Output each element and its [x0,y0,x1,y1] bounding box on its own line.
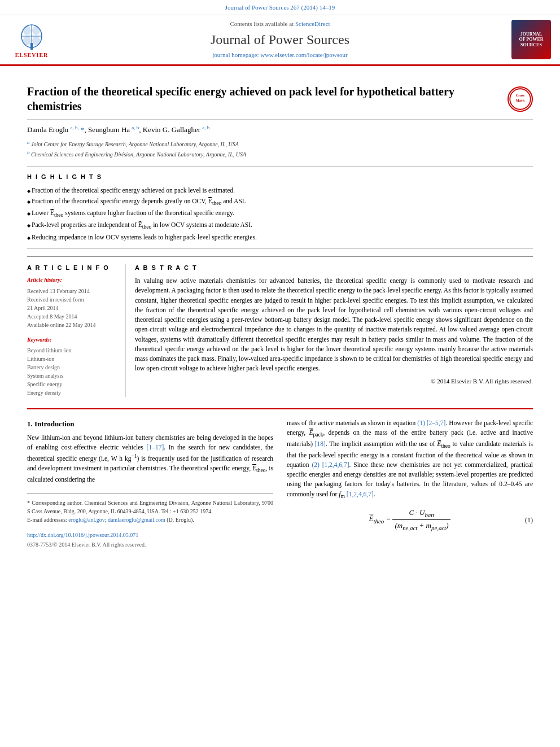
svg-text:Mark: Mark [516,98,525,102]
ref-link-1[interactable]: [1–17] [147,444,164,451]
history-item-5: Available online 22 May 2014 [27,321,116,329]
footnote-asterisk: * Corresponding author. Chemical Science… [27,499,273,516]
equation-1-section: Ētheo = C · Ubatt (mne,act + mpe,act) (1… [287,507,533,532]
author-3: Kevin G. Gallagher [143,125,200,134]
svg-text:Cross: Cross [516,93,525,97]
ref-18[interactable]: [18] [315,440,326,447]
body-two-col: 1. Introduction New lithium-ion and beyo… [27,418,533,549]
highlight-2: Fraction of the theoretical specific ene… [27,196,533,208]
author-1: Damla Eroglu [27,125,68,134]
journal-logo-box: JOURNALOF POWERSOURCES [511,20,551,59]
journal-header-center: Contents lists available at ScienceDirec… [60,20,500,60]
sciencedirect-line: Contents lists available at ScienceDirec… [60,20,500,29]
keyword-6: Energy density [27,388,116,397]
history-item-4: Accepted 8 May 2014 [27,312,116,321]
body-col-right: mass of the active materials as shown in… [287,418,533,549]
article-title-section: Fraction of the theoretical specific ene… [27,75,533,120]
keyword-2: Lithium-ion [27,355,116,363]
ref-1-2-4-6-7[interactable]: [1,2,4,6,7] [322,461,349,468]
affil-2: b Chemical Sciences and Engineering Divi… [27,149,533,159]
history-item-3: 21 April 2014 [27,304,116,312]
author-2: Seungbum Ha [88,125,130,134]
homepage-link[interactable]: journal homepage: www.elsevier.com/locat… [212,51,347,58]
highlight-4: Pack-level properties are independent of… [27,220,533,231]
elsevier-tree-icon [15,20,49,51]
highlights-section: H I G H L I G H T S Fraction of the theo… [27,167,533,248]
affiliations: a Joint Center for Energy Storage Resear… [27,139,533,159]
elsevier-label: ELSEVIER [15,51,49,60]
keywords-label: Keywords: [27,336,116,344]
elsevier-logo: ELSEVIER [9,20,54,60]
author-2-sup: a, b [132,125,139,130]
keyword-1: Beyond lithium-ion [27,346,116,355]
intro-heading: 1. Introduction [27,418,273,430]
keyword-4: System analysis [27,372,116,380]
sciencedirect-link[interactable]: ScienceDirect [295,20,330,27]
doi-line: http://dx.doi.org/10.1016/j.jpowsour.201… [27,531,273,539]
article-info-col: A R T I C L E I N F O Article history: R… [27,264,126,397]
highlights-list: Fraction of the theoretical specific ene… [27,185,533,242]
crossmark-badge: Cross Mark [508,86,533,112]
article-body: 1. Introduction New lithium-ion and beyo… [27,408,533,549]
journal-issue-info: Journal of Power Sources 267 (2014) 14–1… [225,4,335,11]
author-3-sup: a, b [202,125,209,130]
ref-eq1[interactable]: (1) [417,420,425,426]
highlight-3: Lower Ētheo systems capture higher fract… [27,208,533,220]
author-1-asterisk: * [81,125,85,134]
svg-point-5 [32,26,40,35]
main-content: Fraction of the theoretical specific ene… [0,66,560,561]
highlight-1: Fraction of the theoretical specific ene… [27,185,533,196]
highlight-5: Reducing impedance in low OCV systems le… [27,232,533,243]
abstract-text: In valuing new active materials chemistr… [135,276,533,374]
intro-text-right: mass of the active materials as shown in… [287,418,533,500]
body-col-left: 1. Introduction New lithium-ion and beyo… [27,418,273,549]
svg-point-6 [23,36,31,45]
homepage-line: journal homepage: www.elsevier.com/locat… [60,51,500,60]
journal-logo-right: JOURNALOF POWERSOURCES [506,20,551,59]
affil-1: a Joint Center for Energy Storage Resear… [27,139,533,148]
keyword-5: Specific energy [27,380,116,388]
svg-point-4 [23,26,31,35]
crossmark-icon: Cross Mark [508,86,533,112]
equation-1-formula: Ētheo = C · Ubatt (mne,act + mpe,act) [369,507,451,532]
svg-point-7 [32,36,40,45]
intro-text-left: New lithium-ion and beyond lithium-ion b… [27,433,273,484]
article-info-heading: A R T I C L E I N F O [27,264,116,273]
authors-line: Damla Eroglu a, b, *, Seungbum Ha a, b, … [27,124,533,136]
top-journal-bar: Journal of Power Sources 267 (2014) 14–1… [0,0,560,15]
author-1-sup: a, b, [71,125,79,130]
article-title: Fraction of the theoretical specific ene… [27,84,502,113]
highlights-heading: H I G H L I G H T S [27,173,533,182]
article-info-abstract-section: A R T I C L E I N F O Article history: R… [27,256,533,397]
footnote-section: * Corresponding author. Chemical Science… [27,493,273,524]
footnote-email: E-mail addresses: eroglu@anl.gov; damlae… [27,516,273,524]
journal-banner: ELSEVIER Contents lists available at Sci… [0,15,560,66]
abstract-col: A B S T R A C T In valuing new active ma… [126,264,533,397]
journal-title: Journal of Power Sources [60,30,500,50]
abstract-copyright: © 2014 Elsevier B.V. All rights reserved… [135,377,533,386]
page-footer: http://dx.doi.org/10.1016/j.jpowsour.201… [27,531,273,549]
email-link[interactable]: eroglu@anl.gov [68,517,104,523]
history-label: Article history: [27,276,116,285]
history-item-1: Received 13 February 2014 [27,287,116,295]
issn-line: 0378-7753/© 2014 Elsevier B.V. All right… [27,540,273,549]
abstract-heading: A B S T R A C T [135,264,533,273]
history-item-2: Received in revised form [27,295,116,304]
equation-1-number: (1) [525,515,533,525]
ref-2-5-7[interactable]: [2–5,7] [427,420,446,426]
ref-eq2[interactable]: (2) [312,461,319,468]
ref-1-2-4-6-7b[interactable]: [1,2,4,6,7] [347,491,374,497]
doi-link[interactable]: http://dx.doi.org/10.1016/j.jpowsour.201… [27,532,138,538]
email-link-2[interactable]: damlaeroglu@gmail.com [108,517,165,523]
keyword-3: Battery design [27,363,116,372]
